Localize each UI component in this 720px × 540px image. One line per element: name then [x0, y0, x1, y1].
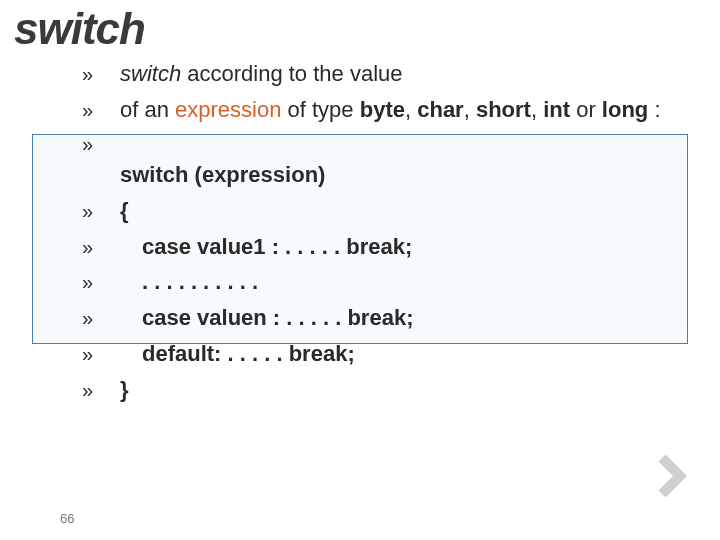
text: . . . . . . . . . . — [120, 266, 700, 298]
bullet-icon: » — [82, 268, 120, 297]
text: } — [120, 374, 700, 406]
text: , — [405, 97, 417, 122]
code-line-close-brace: » } — [82, 374, 700, 406]
chevron-right-icon — [658, 454, 692, 498]
text: of type — [281, 97, 359, 122]
text: , — [531, 97, 543, 122]
slide-title: switch — [14, 4, 145, 54]
text: or — [570, 97, 602, 122]
text: case value1 : . . . . . break; — [120, 231, 700, 263]
bullet-icon: » — [82, 376, 120, 405]
bullet-icon: » — [82, 304, 120, 333]
text-switch-keyword: switch — [120, 61, 181, 86]
text-byte: byte — [360, 97, 405, 122]
code-line-case1: » case value1 : . . . . . break; — [82, 231, 700, 263]
bullet-icon: » — [82, 96, 120, 125]
text-char: char — [417, 97, 463, 122]
text-expression: expression — [175, 97, 281, 122]
text: case valuen : . . . . . break; — [120, 302, 700, 334]
text-short: short — [476, 97, 531, 122]
bullet-line-3: » — [82, 130, 700, 159]
bullet-icon: » — [82, 233, 120, 262]
text: , — [464, 97, 476, 122]
text-int: int — [543, 97, 570, 122]
text: { — [120, 195, 700, 227]
text: switch (expression) — [120, 159, 700, 191]
code-line-open-brace: » { — [82, 195, 700, 227]
bullet-icon: » — [82, 130, 120, 159]
text: according to the value — [181, 61, 402, 86]
bullet-icon: » — [82, 197, 120, 226]
text: of an — [120, 97, 175, 122]
bullet-line-2: » of an expression of type byte, char, s… — [82, 94, 700, 126]
code-line-switch: switch (expression) — [82, 159, 700, 191]
bullet-icon: » — [82, 60, 120, 89]
text: : — [648, 97, 660, 122]
text-long: long — [602, 97, 648, 122]
code-line-casen: » case valuen : . . . . . break; — [82, 302, 700, 334]
code-line-default: » default: . . . . . break; — [82, 338, 700, 370]
bullet-icon: » — [82, 340, 120, 369]
code-line-ellipsis: » . . . . . . . . . . — [82, 266, 700, 298]
page-number: 66 — [60, 511, 74, 526]
bullet-line-1: » switch according to the value — [82, 58, 700, 90]
slide-content: » switch according to the value » of an … — [82, 58, 700, 410]
text: default: . . . . . break; — [120, 338, 700, 370]
